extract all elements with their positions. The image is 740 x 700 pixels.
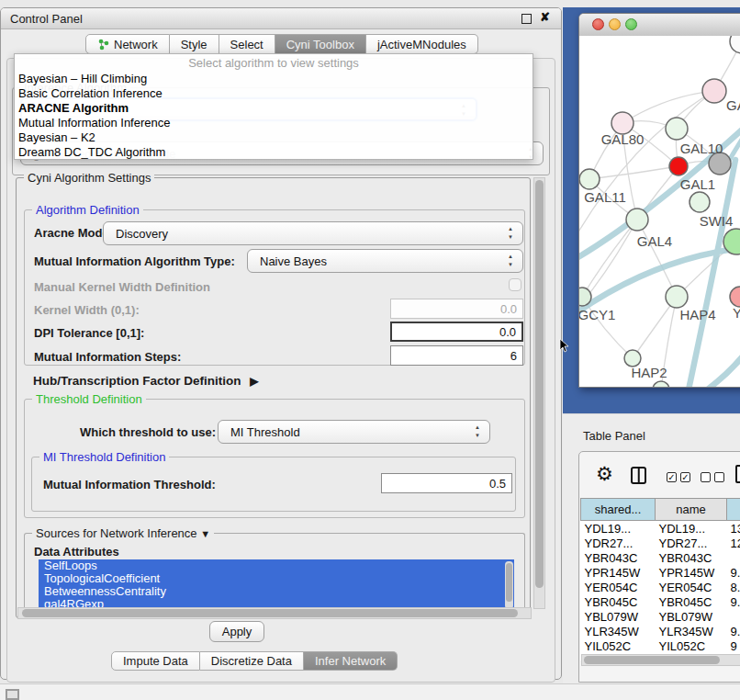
tab-impute-data[interactable]: Impute Data (111, 651, 200, 671)
node-gal10[interactable] (666, 118, 688, 140)
gear-icon[interactable]: ⚙ (596, 465, 613, 483)
settings-horizontal-scroll-thumb[interactable] (22, 609, 518, 617)
dropdown-item-aracne[interactable]: ARACNE Algorithm (15, 101, 533, 116)
table-row[interactable]: YLR345WYLR345W9. (581, 624, 740, 638)
which-threshold-combo[interactable]: MI Threshold ▲▼ (218, 420, 490, 444)
node-bottom-clipped[interactable] (653, 381, 669, 388)
column-header-shared-name[interactable]: shared... (581, 499, 656, 521)
aracne-mode-combo[interactable]: Discovery ▲▼ (103, 221, 523, 245)
cell[interactable]: YBL079W (656, 609, 727, 624)
table-row[interactable]: YER054CYER054C8. (581, 580, 740, 594)
close-traffic-light-icon[interactable] (592, 18, 604, 30)
mi-threshold-field[interactable]: 0.5 (381, 473, 512, 493)
node-gal4[interactable] (626, 209, 648, 231)
list-item-betweennesscentrality[interactable]: BetweennessCentrality (39, 585, 514, 598)
cell[interactable]: YPR145W (656, 565, 727, 580)
node-gal1-selected[interactable] (669, 157, 688, 175)
cell[interactable]: YBR043C (581, 550, 656, 565)
node-attribute-table[interactable]: shared... name YDL19...YDL19...13 YDR27.… (580, 498, 740, 660)
dpi-tolerance-field[interactable]: 0.0 (390, 322, 523, 342)
node-salmon[interactable] (730, 287, 740, 307)
checked-checkbox-icon[interactable]: ✓ (667, 472, 677, 482)
cell[interactable]: YLR345W (656, 624, 727, 638)
cell[interactable]: YLR345W (581, 624, 656, 638)
tab-cyni-toolbox[interactable]: Cyni Toolbox (275, 34, 366, 54)
table-horizontal-scrollbar[interactable] (581, 654, 740, 666)
node-hap4[interactable] (666, 286, 688, 308)
data-attributes-list[interactable]: SelfLoops TopologicalCoefficient Between… (39, 559, 514, 612)
settings-vertical-scroll-thumb[interactable] (535, 180, 544, 588)
cell[interactable]: 8. (727, 580, 740, 594)
tab-infer-network[interactable]: Infer Network (304, 651, 398, 671)
tab-jactivemnodules[interactable]: jActiveMNodules (366, 34, 478, 54)
table-row[interactable]: YBL079WYBL079W (581, 609, 740, 624)
dropdown-item-bayesian-hill-climbing[interactable]: Bayesian – Hill Climbing (15, 72, 533, 86)
collapse-down-arrow-icon[interactable]: ▼ (200, 528, 210, 539)
node-below-gal1[interactable] (690, 192, 710, 212)
tab-network[interactable]: Network (85, 34, 170, 54)
cell[interactable]: YDR27... (656, 536, 727, 550)
node-gal-clipped[interactable] (702, 79, 726, 103)
table-horizontal-scroll-thumb[interactable] (584, 656, 720, 664)
node-unlabeled-top[interactable] (730, 36, 740, 53)
cell[interactable]: 9. (727, 624, 740, 638)
cell[interactable]: 9. (727, 594, 740, 609)
cell[interactable]: YDR27... (581, 536, 656, 550)
dropdown-item-basic-correlation[interactable]: Basic Correlation Inference (15, 86, 533, 101)
cell[interactable]: YBL079W (581, 609, 656, 624)
list-item-selfloops[interactable]: SelfLoops (39, 559, 514, 572)
unchecked-checkbox-icon[interactable] (714, 472, 724, 482)
tab-discretize-data[interactable]: Discretize Data (200, 651, 304, 671)
cell[interactable]: YER054C (656, 580, 727, 594)
dropdown-item-bayesian-k2[interactable]: Bayesian – K2 (15, 130, 533, 145)
cell[interactable]: 9. (727, 565, 740, 580)
network-canvas[interactable]: GAL GAL80 GAL10 GAL1 GAL11 SWI4 GAL4 GCY… (579, 36, 740, 387)
checked-checkbox-icon[interactable]: ✓ (680, 472, 690, 482)
tab-select[interactable]: Select (219, 34, 275, 54)
table-row[interactable]: YBR043CYBR043C (581, 550, 740, 565)
cell[interactable]: YBR045C (581, 594, 656, 609)
minimize-traffic-light-icon[interactable] (609, 18, 621, 30)
dropdown-item-mutual-information[interactable]: Mutual Information Inference (15, 116, 533, 130)
cell[interactable] (727, 609, 740, 624)
cell[interactable]: YER054C (581, 580, 656, 594)
cell[interactable]: YDL19... (581, 521, 656, 536)
node-gal11[interactable] (579, 169, 600, 189)
table-row[interactable]: YDR27...YDR27...12 (581, 536, 740, 550)
node-gcy1[interactable] (579, 288, 591, 306)
attribute-list-scrollbar[interactable] (505, 561, 513, 609)
document-icon[interactable] (735, 465, 740, 483)
dropdown-item-dream8[interactable]: Dream8 DC_TDC Algorithm (15, 145, 533, 160)
apply-button[interactable]: Apply (209, 621, 264, 642)
float-window-icon[interactable] (521, 14, 532, 24)
unchecked-checkbox-icon[interactable] (701, 472, 711, 482)
label-hap4: HAP4 (679, 307, 715, 322)
mi-algorithm-type-combo[interactable]: Naive Bayes ▲▼ (247, 249, 523, 273)
column-header-name[interactable]: name (656, 499, 727, 521)
table-row[interactable]: YDL19...YDL19...13 (581, 521, 740, 536)
manual-kernel-width-checkbox[interactable] (509, 278, 521, 291)
zoom-traffic-light-icon[interactable] (625, 18, 637, 30)
table-row[interactable]: YPR145WYPR145W9. (581, 565, 740, 580)
cell[interactable]: 12 (727, 536, 740, 550)
dock-panel-icon[interactable] (6, 689, 19, 700)
settings-horizontal-scrollbar[interactable] (17, 607, 532, 619)
mi-steps-field[interactable]: 6 (390, 345, 523, 366)
tab-style[interactable]: Style (170, 34, 219, 54)
cell[interactable]: 13 (727, 521, 740, 536)
sources-group: Sources for Network Inference ▼ Data Att… (24, 533, 525, 617)
cell[interactable]: YPR145W (581, 565, 656, 580)
cell[interactable]: YBR043C (656, 550, 727, 565)
expand-right-arrow-icon[interactable]: ▶ (250, 375, 258, 388)
cell[interactable]: YDL19... (656, 521, 727, 536)
list-item-topologicalcoefficient[interactable]: TopologicalCoefficient (39, 572, 514, 585)
hub-tf-definition-label[interactable]: Hub/Transcription Factor Definition ▶ (33, 374, 259, 388)
column-header-clipped[interactable] (727, 499, 740, 521)
cell[interactable]: YBR045C (656, 594, 727, 609)
cell[interactable] (727, 550, 740, 565)
columns-icon[interactable] (631, 467, 646, 484)
attribute-list-scroll-thumb[interactable] (506, 563, 512, 602)
table-row[interactable]: YBR045CYBR045C9. (581, 594, 740, 609)
settings-vertical-scrollbar[interactable] (533, 177, 545, 609)
close-icon[interactable]: ✘ (540, 10, 550, 24)
